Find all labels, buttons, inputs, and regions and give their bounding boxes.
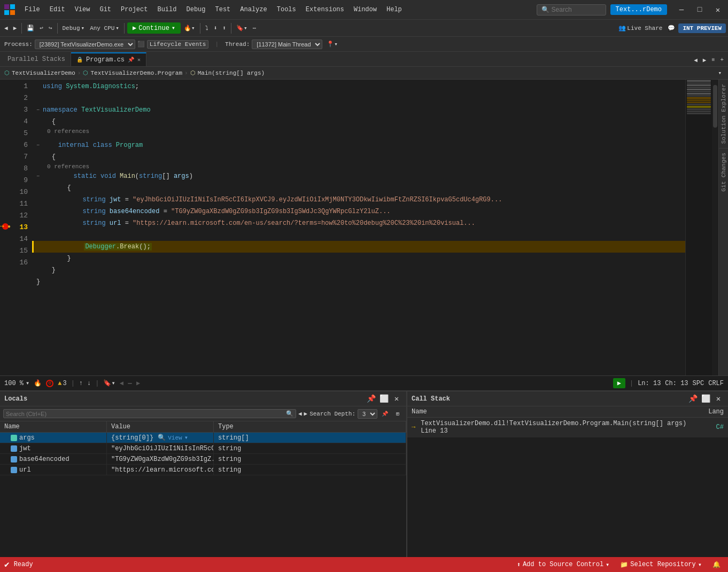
zoom-control[interactable]: 100 % ▾ <box>4 379 29 387</box>
menu-build[interactable]: Build <box>153 4 181 15</box>
locals-row-jwt[interactable]: jwt "eyJhbGciOiJIUzI1NiIsInR5cCl... 🔍 Vi… <box>0 443 406 454</box>
menu-git[interactable]: Git <box>95 4 115 15</box>
collapse-3[interactable]: − <box>36 107 43 113</box>
hot-reload-button[interactable]: 🔥▾ <box>182 22 197 35</box>
new-vertical-tab[interactable]: + <box>718 53 726 66</box>
locals-float-button[interactable]: ⬜ <box>378 394 389 404</box>
toolbar-back[interactable]: ◀ <box>2 22 10 35</box>
step-into[interactable]: ⬇ <box>212 22 220 35</box>
more-tools[interactable]: ⋯ <box>251 22 259 35</box>
menu-tools[interactable]: Tools <box>273 4 300 15</box>
call-stack-frame-0[interactable]: → TextVisualizerDemo.dll!TextVisualizerD… <box>407 418 728 437</box>
menu-search-box[interactable]: 🔍 <box>537 4 606 15</box>
menu-edit[interactable]: Edit <box>45 4 69 15</box>
tab-scroll-right[interactable]: ▶ <box>701 53 709 66</box>
locals-search-input[interactable] <box>6 411 286 417</box>
nav-down[interactable]: ↓ <box>87 380 91 387</box>
collapse-5[interactable]: − <box>36 143 43 148</box>
bookmark-icon[interactable]: 🔖▾ <box>103 379 115 387</box>
step-out[interactable]: ⬆ <box>220 22 228 35</box>
scrollbar-thumb[interactable] <box>713 85 717 128</box>
config-select[interactable]: Debug▾ <box>60 22 87 35</box>
bp-13[interactable]: → ● <box>0 221 11 232</box>
depth-select[interactable]: 3 <box>358 409 377 419</box>
tab-program-cs[interactable]: 🔒 Program.cs 📌 ✕ <box>71 52 146 66</box>
pin-object-btn[interactable]: 📌 <box>380 409 390 419</box>
menu-window[interactable]: Window <box>350 4 381 15</box>
toolbar-redo[interactable]: ↪ <box>47 22 55 35</box>
search-input[interactable] <box>552 6 600 13</box>
locals-row-url[interactable]: url "https://learn.microsoft.com/... 🔍 V… <box>0 465 406 475</box>
continue-button[interactable]: ▶ Continue ▾ <box>127 22 181 34</box>
feedback-button[interactable]: 💬 <box>665 22 677 35</box>
menu-analyze[interactable]: Analyze <box>236 4 271 15</box>
error-indicator[interactable]: 0 <box>46 380 53 387</box>
cs-pin-button[interactable]: 📌 <box>687 394 698 404</box>
git-changes-tab[interactable]: Git Changes <box>719 151 728 194</box>
tab-scroll-left[interactable]: ◀ <box>692 53 700 66</box>
breadcrumb-method-icon: ⬡ <box>190 69 196 76</box>
live-share-button[interactable]: 👥 Live Share <box>616 22 664 35</box>
editor-scrollbar[interactable] <box>712 80 718 375</box>
menu-debug[interactable]: Debug <box>182 4 210 15</box>
collapse-7[interactable]: − <box>36 174 43 179</box>
lifecycle-select[interactable]: Lifecycle Events <box>147 40 209 49</box>
process-select[interactable]: [23892] TextVisualizerDemo.exe <box>35 40 135 49</box>
bp-11 <box>0 197 11 209</box>
maximize-button[interactable]: □ <box>692 2 708 17</box>
nav-prev-icon[interactable]: ◀ <box>298 410 302 417</box>
notifications-button[interactable]: 🔔 <box>709 560 724 570</box>
hot-reload-icon[interactable]: 🔥 <box>34 379 42 387</box>
locals-row-args[interactable]: args {string[0]} 🔍 View ▾ string[] <box>0 433 406 443</box>
solution-explorer-toggle[interactable]: ≡ <box>709 53 717 66</box>
menu-test[interactable]: Test <box>211 4 235 15</box>
breadcrumb-namespace[interactable]: TextVisualizerDemo.Program <box>90 70 182 76</box>
tab-close-button[interactable]: ✕ <box>137 57 141 63</box>
locals-search-box[interactable]: 🔍 <box>3 409 296 418</box>
code-editor[interactable]: using System.Diagnostics; − namespace Te… <box>32 80 685 375</box>
zoom-dropdown[interactable]: ▾ <box>26 379 29 387</box>
bp-14 <box>0 232 11 244</box>
menu-project[interactable]: Project <box>117 4 152 15</box>
thread-control[interactable]: 📍▾ <box>327 41 338 48</box>
breadcrumb-expand[interactable]: ▾ <box>716 67 724 80</box>
nav-next-icon[interactable]: ▶ <box>304 410 308 417</box>
locals-view-args[interactable]: View <box>168 435 182 441</box>
breadcrumb-project[interactable]: TextVisualizerDemo <box>12 70 75 76</box>
live-share-icon: 👥 <box>618 25 626 32</box>
nav-up[interactable]: ↑ <box>79 380 83 387</box>
cs-close-button[interactable]: ✕ <box>713 394 724 404</box>
locals-close-button[interactable]: ✕ <box>391 394 402 404</box>
step-over[interactable]: ⤵ <box>203 22 211 35</box>
bookmark[interactable]: 🔖▾ <box>234 22 250 35</box>
cs-float-button[interactable]: ⬜ <box>700 394 711 404</box>
toolbar-forward[interactable]: ▶ <box>11 22 19 35</box>
solution-explorer-tab[interactable]: Solution Explorer <box>719 82 728 146</box>
close-button[interactable]: ✕ <box>710 2 726 17</box>
minimize-button[interactable]: — <box>673 2 690 17</box>
locals-row-base64[interactable]: base64encoded "TG9yZW0gaXBzdW0gZG9sb3IgZ… <box>0 454 406 465</box>
thread-select[interactable]: [11372] Main Thread <box>252 40 322 49</box>
preview-button[interactable]: INT PREVIEW <box>678 23 726 33</box>
menu-view[interactable]: View <box>71 4 95 15</box>
menu-help[interactable]: Help <box>382 4 406 15</box>
menu-extensions[interactable]: Extensions <box>301 4 348 15</box>
view-dropdown-args[interactable]: ▾ <box>184 434 188 442</box>
code-content[interactable]: using System.Diagnostics; − namespace Te… <box>32 80 685 375</box>
repo-dropdown[interactable]: ▾ <box>698 561 702 569</box>
source-control-dropdown[interactable]: ▾ <box>606 561 609 569</box>
toolbar-undo[interactable]: ↩ <box>37 22 45 35</box>
tab-parallel-stacks[interactable]: Parallel Stacks <box>2 52 71 66</box>
select-repo-button[interactable]: 📁 Select Repository ▾ <box>617 560 705 570</box>
locals-pin-button[interactable]: 📌 <box>366 394 376 404</box>
platform-select[interactable]: Any CPU▾ <box>88 22 121 35</box>
source-control-button[interactable]: ⬆ Add to Source Control ▾ <box>514 560 613 570</box>
minimap[interactable] <box>685 80 712 375</box>
breadcrumb-method[interactable]: Main(string[] args) <box>198 70 265 76</box>
tab-lock-icon: 🔒 <box>76 57 83 63</box>
expand-all-btn[interactable]: ⊞ <box>392 409 403 419</box>
toolbar-save[interactable]: 💾 <box>25 22 36 35</box>
next-frame[interactable]: ▶ <box>613 378 625 388</box>
menu-file[interactable]: File <box>20 4 44 15</box>
warning-indicator[interactable]: ▲ 3 <box>58 380 66 387</box>
